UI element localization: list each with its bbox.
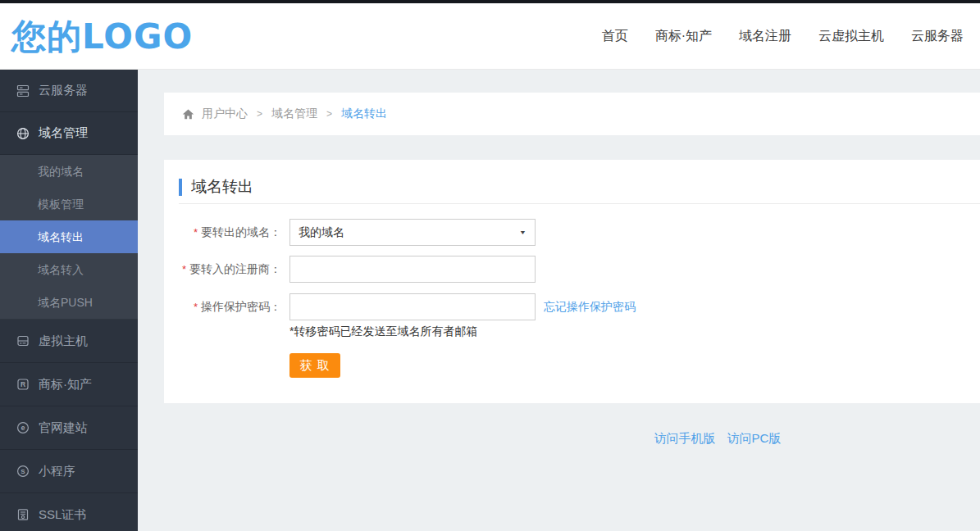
- sidebar-item-trademark[interactable]: R 商标·知产: [0, 363, 138, 406]
- sidebar-item-label: 官网建站: [39, 420, 88, 436]
- transfer-password-note: *转移密码已经发送至域名所有者邮箱: [289, 324, 477, 339]
- header: 您的LOGO 首页 商标·知产 域名注册 云虚拟主机 云服务器: [0, 3, 980, 70]
- title-accent-bar: [179, 179, 182, 196]
- panel-header: 域名转出: [179, 176, 253, 197]
- domain-select-value: 我的域名: [299, 225, 344, 240]
- registered-trademark-icon: R: [16, 378, 30, 391]
- footer-links: 访问手机版 访问PC版: [574, 431, 861, 447]
- sidebar-item-label: SSL证书: [39, 507, 86, 523]
- breadcrumb-separator: >: [257, 108, 262, 120]
- cloud-server-icon: [16, 84, 30, 98]
- sidebar-item-ssl-certificate[interactable]: SSL证书: [0, 493, 138, 531]
- mobile-version-link[interactable]: 访问手机版: [654, 431, 716, 447]
- sidebar-item-label: 小程序: [39, 464, 75, 479]
- sidebar-subitem-domain-push[interactable]: 域名PUSH: [0, 286, 138, 319]
- sidebar-item-label: 云服务器: [39, 83, 88, 98]
- nav-item-home[interactable]: 首页: [602, 28, 628, 45]
- host-icon: [16, 334, 30, 347]
- sidebar-item-domain-management[interactable]: 域名管理: [0, 112, 138, 155]
- svg-text:S: S: [21, 468, 25, 475]
- breadcrumb-separator: >: [326, 108, 332, 120]
- pc-version-link[interactable]: 访问PC版: [727, 431, 782, 447]
- breadcrumb-user-center[interactable]: 用户中心: [202, 107, 248, 121]
- protect-password-input[interactable]: [289, 293, 536, 320]
- certificate-icon: [16, 508, 30, 521]
- sidebar-item-mini-program[interactable]: S 小程序: [0, 450, 138, 493]
- protect-password-label: *操作保护密码：: [164, 293, 281, 320]
- domain-select-label: *要转出的域名：: [164, 219, 281, 246]
- sidebar-subitem-domain-transfer-out[interactable]: 域名转出: [0, 220, 138, 253]
- nav-item-domain-register[interactable]: 域名注册: [739, 28, 791, 45]
- nav-item-cloud-server[interactable]: 云服务器: [911, 28, 964, 45]
- forgot-password-link[interactable]: 忘记操作保护密码: [544, 293, 636, 320]
- nav-item-cloud-vhost[interactable]: 云虚拟主机: [818, 28, 884, 45]
- chevron-down-icon: ▼: [519, 229, 526, 236]
- svg-text:e: e: [21, 424, 25, 432]
- domain-select[interactable]: 我的域名 ▼: [289, 219, 536, 246]
- nav-item-trademark[interactable]: 商标·知产: [655, 28, 712, 45]
- sidebar: 云服务器 域名管理 我的域名 模板管理 域名转出 域名转入 域名PUSH 虚拟主…: [0, 70, 138, 531]
- sidebar-item-website-builder[interactable]: e 官网建站: [0, 406, 138, 450]
- sidebar-item-label: 域名管理: [39, 125, 88, 141]
- page-title: 域名转出: [191, 176, 253, 197]
- registrar-input[interactable]: [289, 256, 536, 283]
- required-mark: *: [194, 226, 198, 238]
- get-button[interactable]: 获 取: [289, 353, 340, 378]
- sidebar-subitem-my-domains[interactable]: 我的域名: [0, 155, 138, 188]
- sidebar-subitem-domain-transfer-in[interactable]: 域名转入: [0, 253, 138, 286]
- required-mark: *: [182, 263, 186, 275]
- globe-icon: [16, 127, 30, 140]
- sidebar-item-virtual-host[interactable]: 虚拟主机: [0, 320, 138, 363]
- sidebar-item-label: 虚拟主机: [39, 334, 88, 349]
- sidebar-subitem-template-management[interactable]: 模板管理: [0, 188, 138, 220]
- domain-management-submenu: 我的域名 模板管理 域名转出 域名转入 域名PUSH: [0, 155, 138, 320]
- breadcrumb: 用户中心 > 域名管理 > 域名转出: [164, 93, 980, 135]
- domain-transfer-out-panel: 域名转出 *要转出的域名： 我的域名 ▼ *要转入的注册商： *操作保护密码： …: [164, 160, 980, 403]
- panel-divider: [179, 203, 980, 204]
- breadcrumb-domain-management[interactable]: 域名管理: [271, 107, 317, 121]
- home-icon: [182, 108, 194, 120]
- svg-text:R: R: [21, 380, 25, 388]
- site-logo[interactable]: 您的LOGO: [11, 14, 193, 60]
- sidebar-item-label: 商标·知产: [39, 377, 92, 393]
- sidebar-item-cloud-server[interactable]: 云服务器: [0, 70, 138, 112]
- mini-program-icon: S: [16, 465, 30, 478]
- breadcrumb-current-page: 域名转出: [341, 107, 387, 121]
- registrar-input-label: *要转入的注册商：: [164, 256, 281, 283]
- browser-e-icon: e: [16, 421, 30, 434]
- required-mark: *: [194, 301, 198, 313]
- top-navigation: 首页 商标·知产 域名注册 云虚拟主机 云服务器: [602, 3, 964, 70]
